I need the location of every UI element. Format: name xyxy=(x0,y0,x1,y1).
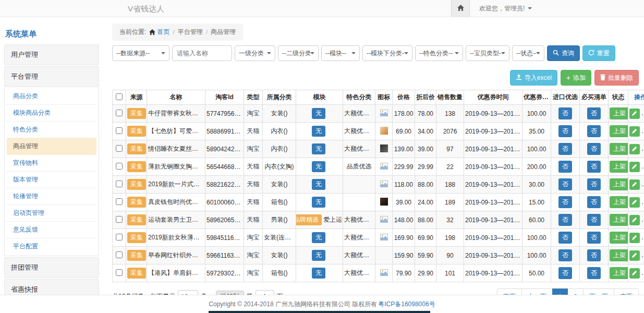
filter-select-value: --状态-- xyxy=(516,49,536,58)
sidebar-subitem[interactable]: 平台配置 xyxy=(7,238,96,255)
reset-button[interactable]: 重置 xyxy=(582,45,615,61)
edit-button[interactable] xyxy=(629,126,640,137)
imported-toggle-button[interactable]: 否 xyxy=(558,161,572,173)
filter-select[interactable]: --模块下分类-- xyxy=(362,45,412,61)
filter-select[interactable]: --状态-- xyxy=(512,45,544,61)
edit-button[interactable] xyxy=(629,215,640,225)
sidebar-subitem[interactable]: 启动页管理 xyxy=(7,205,96,222)
must-buy-toggle-button[interactable]: 否 xyxy=(587,196,601,208)
batch-delete-button[interactable]: 批量删除 xyxy=(594,70,639,86)
row-checkbox[interactable] xyxy=(116,198,123,205)
status-button[interactable]: 上架 xyxy=(610,196,628,208)
imported-toggle-button[interactable]: 否 xyxy=(558,107,572,119)
sidebar-group-platform[interactable]: 平台管理 xyxy=(4,66,99,87)
edit-button[interactable] xyxy=(629,162,640,172)
source-badge: 采集 xyxy=(127,197,146,208)
chevron-down-icon xyxy=(351,52,356,54)
batch-delete-label: 批量删除 xyxy=(608,74,633,82)
sidebar-subitem[interactable]: 商品分类 xyxy=(7,88,96,105)
status-button[interactable]: 上架 xyxy=(610,125,628,137)
filter-select[interactable]: --数据来源-- xyxy=(112,45,169,61)
add-button-label: 添加 xyxy=(573,74,586,82)
sidebar-subitem[interactable]: 意见反馈 xyxy=(7,222,96,238)
filter-select[interactable]: --模块-- xyxy=(321,45,360,61)
edit-icon xyxy=(632,251,637,259)
edit-button[interactable] xyxy=(629,144,640,154)
home-button[interactable] xyxy=(451,0,470,17)
imported-toggle-button[interactable]: 否 xyxy=(558,143,572,155)
discount-price: 24.00 xyxy=(415,194,436,211)
imported-toggle-button[interactable]: 否 xyxy=(558,249,572,261)
price: 118.00 xyxy=(393,176,415,194)
row-checkbox[interactable] xyxy=(116,110,123,116)
sidebar-subitem[interactable]: 轮播管理 xyxy=(7,188,96,205)
imported-toggle-button[interactable]: 否 xyxy=(558,214,572,226)
status-button[interactable]: 上架 xyxy=(610,232,628,244)
sidebar-subitem[interactable]: 商品管理 xyxy=(7,138,96,155)
filter-select[interactable]: --二级分类-- xyxy=(278,45,319,61)
edit-button[interactable] xyxy=(629,233,640,243)
sales-count: 188 xyxy=(436,176,464,194)
must-buy-toggle-button[interactable]: 否 xyxy=(587,267,601,279)
row-checkbox[interactable] xyxy=(116,180,123,187)
import-excel-label: 导入excel xyxy=(525,74,552,82)
edit-button[interactable] xyxy=(629,197,640,208)
row-checkbox[interactable] xyxy=(116,234,123,240)
status-button[interactable]: 上架 xyxy=(610,161,628,173)
status-button[interactable]: 上架 xyxy=(610,107,628,119)
must-buy-toggle-button[interactable]: 否 xyxy=(587,143,601,155)
row-checkbox[interactable] xyxy=(116,145,123,152)
products-table: 来源 名称 淘客Id 类型 所属分类 模块 特色分类 图标 价格 折后价 销售数… xyxy=(112,90,644,282)
sidebar-group-users[interactable]: 用户管理 xyxy=(4,44,99,65)
row-checkbox[interactable] xyxy=(116,127,123,134)
icp-link[interactable]: 粤ICP备16098006号 xyxy=(378,300,435,309)
feature-category: 大额优惠券 xyxy=(343,211,375,229)
chevron-down-icon xyxy=(501,52,505,54)
edit-button[interactable] xyxy=(629,250,640,261)
row-checkbox[interactable] xyxy=(116,251,123,258)
must-buy-toggle-button[interactable]: 否 xyxy=(587,178,601,190)
edit-icon xyxy=(632,127,637,135)
column-header: 价格 xyxy=(393,90,415,105)
sidebar-subitem[interactable]: 宣传物料 xyxy=(7,155,96,172)
filter-select[interactable]: --宝贝类型-- xyxy=(466,45,509,61)
imported-toggle-button[interactable]: 否 xyxy=(558,267,572,279)
status-button[interactable]: 上架 xyxy=(610,178,628,190)
import-excel-button[interactable]: 导入excel xyxy=(510,70,557,86)
edit-button[interactable] xyxy=(629,268,640,279)
add-button[interactable]: + 添加 xyxy=(561,70,591,86)
imported-toggle-button[interactable]: 否 xyxy=(558,178,572,190)
breadcrumb-home-link[interactable]: 首页 xyxy=(149,28,169,37)
imported-toggle-button[interactable]: 否 xyxy=(558,196,572,208)
price: 178.00 xyxy=(393,105,415,123)
row-checkbox[interactable] xyxy=(116,163,123,170)
status-button[interactable]: 上架 xyxy=(610,267,628,279)
edit-button[interactable] xyxy=(629,109,640,119)
imported-toggle-button[interactable]: 否 xyxy=(558,232,572,244)
status-button[interactable]: 上架 xyxy=(610,249,628,261)
must-buy-toggle-button[interactable]: 否 xyxy=(587,125,601,137)
row-checkbox[interactable] xyxy=(116,216,123,223)
must-buy-toggle-button[interactable]: 否 xyxy=(587,214,601,226)
must-buy-toggle-button[interactable]: 否 xyxy=(587,232,601,244)
must-buy-toggle-button[interactable]: 否 xyxy=(587,107,601,119)
user-menu[interactable]: 欢迎您，管理员! xyxy=(479,4,532,13)
imported-toggle-button[interactable]: 否 xyxy=(558,125,572,137)
name-search-input[interactable] xyxy=(172,45,232,61)
product-image xyxy=(380,233,388,240)
status-button[interactable]: 上架 xyxy=(610,214,628,226)
sidebar-subitem[interactable]: 特色分类 xyxy=(7,122,96,138)
filter-select[interactable]: --特色分类-- xyxy=(415,45,463,61)
edit-button[interactable] xyxy=(629,179,640,190)
status-button[interactable]: 上架 xyxy=(610,143,628,155)
sidebar-subitem[interactable]: 模块商品分类 xyxy=(7,105,96,122)
filter-select[interactable]: 一级分类 xyxy=(235,45,275,61)
column-header: 类型 xyxy=(244,90,263,105)
sidebar-group[interactable]: 拼团管理 xyxy=(4,257,99,278)
row-checkbox[interactable] xyxy=(116,269,123,276)
select-all-checkbox[interactable] xyxy=(116,93,123,100)
sidebar-subitem[interactable]: 版本管理 xyxy=(7,172,96,188)
must-buy-toggle-button[interactable]: 否 xyxy=(587,161,601,173)
search-button[interactable]: 查询 xyxy=(547,45,580,61)
must-buy-toggle-button[interactable]: 否 xyxy=(587,249,601,261)
